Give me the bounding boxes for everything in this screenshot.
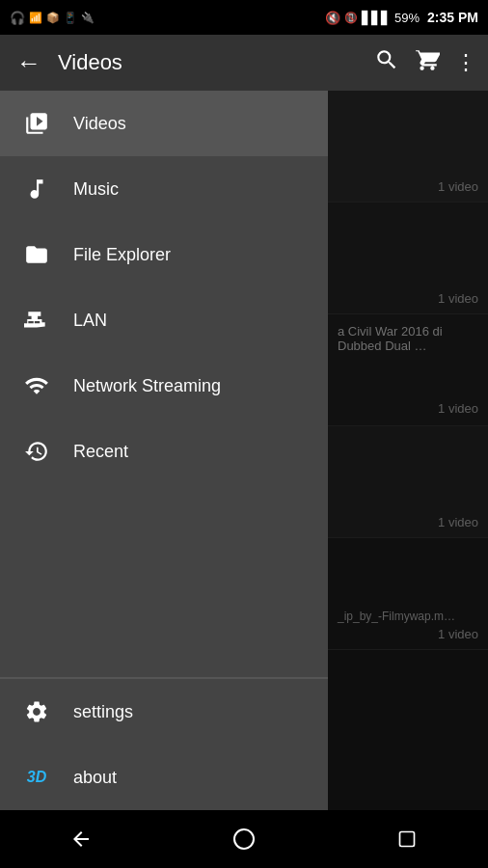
about-3d-icon: 3D [19,769,54,786]
sidebar-item-lan[interactable]: LAN [0,287,328,353]
more-button[interactable]: ⋮ [455,50,476,75]
no-signal-icon: 📵 [344,12,358,24]
lan-icon [19,308,54,333]
sidebar-bottom: settings 3D about [0,678,328,810]
folder-icon [19,242,54,267]
sidebar-nav: Videos Music File Explorer [0,91,328,677]
cart-button[interactable] [415,47,440,78]
sidebar-music-label: Music [73,179,119,200]
content-area: Videos Music File Explorer [0,91,488,810]
nav-bar [0,810,488,868]
nav-back-button[interactable] [52,827,110,851]
status-right-icons: 🔇 📵 ▋▋▋ 59% 2:35 PM [325,10,478,25]
signal-icon2: 📶 [29,12,42,24]
nav-home-button[interactable] [215,827,273,851]
sidebar-lan-label: LAN [73,311,107,331]
drawer-overlay[interactable] [328,91,488,810]
nav-recent-button[interactable] [378,829,436,849]
music-icon [19,176,54,202]
sidebar-item-recent[interactable]: Recent [0,419,328,484]
search-button[interactable] [374,47,399,78]
app-icon2: 📱 [64,12,77,24]
settings-icon [19,699,54,724]
wifi-icon: ▋▋▋ [362,11,391,25]
sidebar-videos-label: Videos [73,114,126,134]
headphone-icon: 🎧 [10,11,25,25]
sidebar: Videos Music File Explorer [0,91,328,810]
video-panel: 1 video 1 video a Civil War 2016 di Dubb… [328,91,488,810]
video-icon [19,111,54,136]
svg-point-0 [234,829,254,849]
battery-icon: 59% [394,11,420,25]
sidebar-item-file-explorer[interactable]: File Explorer [0,222,328,287]
streaming-icon [19,373,54,398]
app-bar: ← Videos ⋮ [0,35,488,91]
back-button[interactable]: ← [12,48,46,78]
mute-icon: 🔇 [325,11,340,25]
sidebar-network-streaming-label: Network Streaming [73,376,221,396]
app-icon1: 📦 [46,12,60,24]
sidebar-item-about[interactable]: 3D about [0,745,328,810]
sidebar-about-label: about [73,768,117,788]
sidebar-settings-label: settings [73,702,133,722]
sidebar-item-settings[interactable]: settings [0,679,328,745]
usb-icon: 🔌 [81,12,95,24]
sidebar-item-network-streaming[interactable]: Network Streaming [0,353,328,419]
sidebar-item-music[interactable]: Music [0,156,328,222]
sidebar-recent-label: Recent [73,442,128,462]
status-time: 2:35 PM [427,10,478,25]
svg-rect-1 [399,832,414,847]
status-left-icons: 🎧 📶 📦 📱 🔌 [10,11,95,25]
status-bar: 🎧 📶 📦 📱 🔌 🔇 📵 ▋▋▋ 59% 2:35 PM [0,0,488,35]
sidebar-item-videos[interactable]: Videos [0,91,328,156]
app-bar-actions: ⋮ [374,47,476,78]
sidebar-file-explorer-label: File Explorer [73,245,171,265]
app-bar-title: Videos [58,50,363,75]
recent-icon [19,439,54,464]
